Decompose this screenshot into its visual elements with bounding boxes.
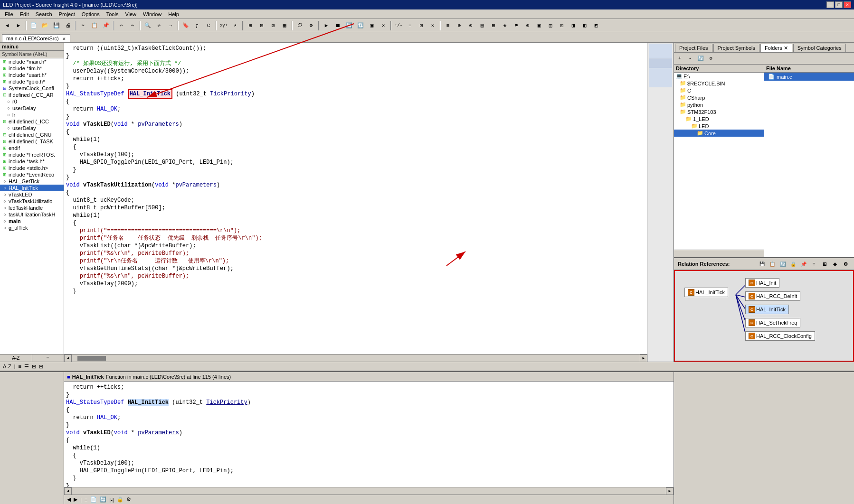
- rt-refresh[interactable]: 🔄: [696, 54, 705, 63]
- rel-tb3[interactable]: 🔄: [778, 259, 788, 269]
- bottom-status-back[interactable]: ◀: [67, 496, 71, 503]
- tb-func[interactable]: ƒ: [192, 20, 202, 31]
- rt-remove[interactable]: -: [685, 54, 695, 63]
- tb-class[interactable]: C: [203, 20, 214, 31]
- tb-paste[interactable]: 📌: [101, 20, 111, 31]
- rel-node-hal-rcc-deinit[interactable]: C HAL_RCC_DeInit: [745, 291, 800, 301]
- tb-ref2[interactable]: ⊟: [256, 20, 267, 31]
- sym-include-task[interactable]: ⊞include *task.h*: [0, 158, 64, 165]
- tree-recycle[interactable]: 📁$RECYCLE.BIN: [674, 80, 764, 87]
- tb-p5[interactable]: ▣: [367, 20, 377, 31]
- sym-include-usart[interactable]: ⊞include *usart.h*: [0, 72, 64, 78]
- sym-elif-icc[interactable]: ⊟elif defined (_ICC: [0, 118, 64, 125]
- close-button[interactable]: ✕: [844, 1, 851, 8]
- sym-endif[interactable]: ⊞endif: [0, 145, 64, 151]
- hscroll-track[interactable]: [73, 356, 639, 361]
- sym-include-stdio[interactable]: ⊞include <stdio.h>: [0, 165, 64, 171]
- sym-elif-task[interactable]: ⊟elif defined (_TASK: [0, 138, 64, 145]
- tb-copy[interactable]: 📋: [89, 20, 100, 31]
- rel-tb8[interactable]: ◈: [830, 259, 840, 269]
- tb-r1[interactable]: +/-: [393, 20, 404, 31]
- sym-r0[interactable]: ○r0: [0, 98, 64, 105]
- sym-userDelay-2[interactable]: ○userDelay: [0, 125, 64, 131]
- tb-more3[interactable]: ⊗: [465, 20, 476, 31]
- tree-led[interactable]: 📁LED: [674, 122, 764, 130]
- bottom-status-icon5[interactable]: 🔒: [117, 496, 123, 503]
- tb-more13[interactable]: ◧: [579, 20, 590, 31]
- tree-c[interactable]: 📁C: [674, 87, 764, 94]
- tb-replace[interactable]: ⇌: [154, 20, 164, 31]
- tb-more9[interactable]: ▣: [534, 20, 544, 31]
- tab-close-icon[interactable]: ✕: [62, 37, 66, 41]
- maximize-button[interactable]: □: [835, 1, 843, 8]
- sym-include-main[interactable]: ⊞include *main.h*: [0, 58, 64, 65]
- tb-ref3[interactable]: ⊠: [268, 20, 278, 31]
- tb-save[interactable]: 💾: [51, 20, 62, 31]
- rel-tb1[interactable]: 💾: [757, 259, 767, 269]
- tb-ref4[interactable]: ▦: [279, 20, 290, 31]
- tab-project-symbols[interactable]: Project Symbols: [713, 44, 759, 52]
- tree-1led[interactable]: 📁1_LED: [674, 115, 764, 122]
- tree-tab[interactable]: ≡: [32, 355, 64, 362]
- tb-more1[interactable]: ≡: [443, 20, 453, 31]
- sym-systemclock[interactable]: ⊟SystemClock_Confi: [0, 85, 64, 92]
- sym-main[interactable]: ○main: [0, 218, 64, 224]
- rt-add[interactable]: +: [675, 54, 684, 63]
- sym-taskutil[interactable]: ○taskUtilizationTaskH: [0, 211, 64, 218]
- rel-tb6[interactable]: ≡: [809, 259, 819, 269]
- tree-core[interactable]: 📁Core: [674, 130, 764, 137]
- tb-bookmark[interactable]: 🔖: [180, 20, 191, 31]
- tab-symbol-categories[interactable]: Symbol Categories: [793, 44, 846, 52]
- tree-e-drive[interactable]: 💻E:\: [674, 73, 764, 80]
- tree-stm32[interactable]: 📁STM32F103: [674, 108, 764, 115]
- tab-main-c[interactable]: main.c (LED\Core\Src) ✕: [2, 34, 70, 42]
- sym-ledtask[interactable]: ○ledTaskHandle: [0, 205, 64, 211]
- tb-r2[interactable]: =: [405, 20, 415, 31]
- sym-elif-gnu[interactable]: ⊟elif defined (_GNU: [0, 131, 64, 138]
- rel-node-hal-settickfreq[interactable]: C HAL_SetTickFreq: [745, 318, 800, 327]
- menu-tools[interactable]: Tools: [104, 11, 122, 18]
- tb-r4[interactable]: ✕: [427, 20, 438, 31]
- sym-lr[interactable]: ○lr: [0, 112, 64, 118]
- sym-hal-gettick[interactable]: ○HAL_GetTick: [0, 178, 64, 185]
- tb-more8[interactable]: ⊛: [522, 20, 533, 31]
- tb-ref1[interactable]: ⊞: [245, 20, 256, 31]
- tb-open[interactable]: 📂: [40, 20, 50, 31]
- tb-p4[interactable]: 🔃: [355, 20, 366, 31]
- tb-new[interactable]: 📄: [28, 20, 39, 31]
- tb-undo[interactable]: ↶: [116, 20, 126, 31]
- sym-userDelay-1[interactable]: ○userDelay: [0, 105, 64, 112]
- tb-more10[interactable]: ◫: [545, 20, 556, 31]
- editor-hscrollbar[interactable]: ◀ ▶: [64, 354, 647, 362]
- tb-cut[interactable]: ✂: [78, 20, 88, 31]
- hscroll-track2[interactable]: [73, 489, 665, 494]
- rel-tb7[interactable]: ⊞: [820, 259, 829, 269]
- tb-more5[interactable]: ⊞: [488, 20, 499, 31]
- tb-more4[interactable]: ▤: [477, 20, 487, 31]
- hscroll-thumb[interactable]: [77, 356, 106, 361]
- tb-search[interactable]: 🔍: [142, 20, 153, 31]
- tb-goto[interactable]: →: [165, 20, 176, 31]
- tab-project-files[interactable]: Project Files: [675, 44, 712, 52]
- az-tab[interactable]: A-Z: [0, 355, 32, 362]
- bottom-status-forward[interactable]: ▶: [74, 496, 77, 503]
- tb-back[interactable]: ◀: [2, 20, 12, 31]
- status-menu2[interactable]: ☰: [24, 364, 29, 370]
- rel-node-hal-inittick-ref[interactable]: C HAL_InitTick: [745, 305, 789, 314]
- tb-timer[interactable]: ⏱: [294, 20, 305, 31]
- menu-view[interactable]: View: [122, 11, 139, 18]
- rel-node-hal-rcc-clockconfig[interactable]: C HAL_RCC_ClockConfig: [745, 331, 815, 341]
- rel-tb5[interactable]: 📌: [799, 259, 808, 269]
- tree-python[interactable]: 📁python: [674, 101, 764, 108]
- scroll-left-btn[interactable]: ◀: [64, 355, 72, 362]
- menu-options[interactable]: Options: [79, 11, 103, 18]
- rel-tb2[interactable]: 📋: [768, 259, 777, 269]
- bottom-hscrollbar[interactable]: ◀ ▶: [64, 487, 674, 495]
- sym-include-freertos[interactable]: ⊞include *FreeRTOS.: [0, 151, 64, 158]
- menu-edit[interactable]: Edit: [17, 11, 32, 18]
- scroll-right-btn[interactable]: ▶: [640, 355, 647, 362]
- menu-file[interactable]: File: [2, 11, 16, 18]
- bottom-status-icon1[interactable]: ≡: [85, 497, 87, 503]
- menu-help[interactable]: Help: [165, 11, 182, 18]
- file-main-c[interactable]: 📄 main.c: [764, 73, 854, 81]
